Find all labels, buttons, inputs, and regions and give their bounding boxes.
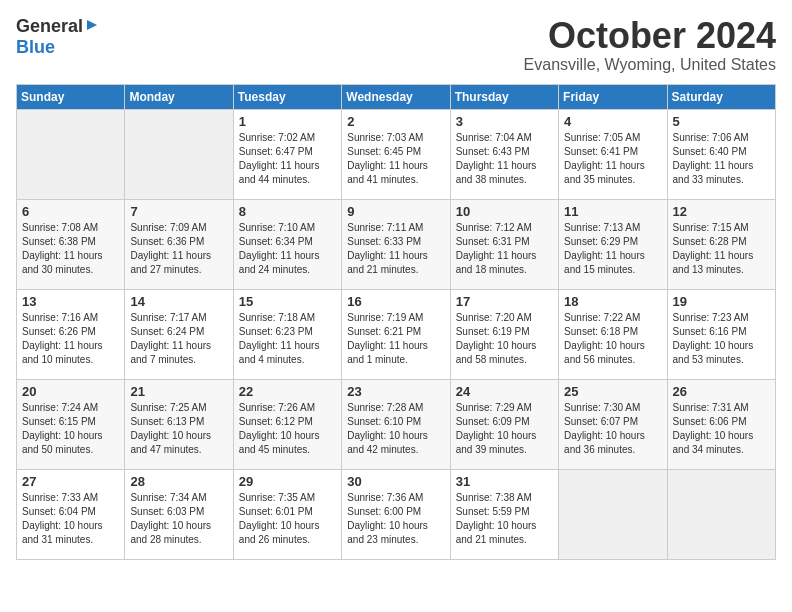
calendar-cell: 1Sunrise: 7:02 AM Sunset: 6:47 PM Daylig…	[233, 109, 341, 199]
calendar-cell: 19Sunrise: 7:23 AM Sunset: 6:16 PM Dayli…	[667, 289, 775, 379]
day-number: 22	[239, 384, 336, 399]
day-number: 27	[22, 474, 119, 489]
calendar-cell	[667, 469, 775, 559]
day-number: 21	[130, 384, 227, 399]
day-number: 26	[673, 384, 770, 399]
day-number: 6	[22, 204, 119, 219]
calendar-cell	[559, 469, 667, 559]
day-number: 23	[347, 384, 444, 399]
page-header: General Blue October 2024 Evansville, Wy…	[16, 16, 776, 74]
calendar-cell: 4Sunrise: 7:05 AM Sunset: 6:41 PM Daylig…	[559, 109, 667, 199]
cell-content: Sunrise: 7:35 AM Sunset: 6:01 PM Dayligh…	[239, 491, 336, 547]
cell-content: Sunrise: 7:02 AM Sunset: 6:47 PM Dayligh…	[239, 131, 336, 187]
day-of-week-header: Tuesday	[233, 84, 341, 109]
cell-content: Sunrise: 7:05 AM Sunset: 6:41 PM Dayligh…	[564, 131, 661, 187]
calendar-cell: 9Sunrise: 7:11 AM Sunset: 6:33 PM Daylig…	[342, 199, 450, 289]
day-number: 14	[130, 294, 227, 309]
calendar-cell: 15Sunrise: 7:18 AM Sunset: 6:23 PM Dayli…	[233, 289, 341, 379]
calendar-cell: 20Sunrise: 7:24 AM Sunset: 6:15 PM Dayli…	[17, 379, 125, 469]
calendar-cell: 26Sunrise: 7:31 AM Sunset: 6:06 PM Dayli…	[667, 379, 775, 469]
calendar-cell: 22Sunrise: 7:26 AM Sunset: 6:12 PM Dayli…	[233, 379, 341, 469]
cell-content: Sunrise: 7:20 AM Sunset: 6:19 PM Dayligh…	[456, 311, 553, 367]
day-number: 3	[456, 114, 553, 129]
day-of-week-header: Friday	[559, 84, 667, 109]
day-number: 30	[347, 474, 444, 489]
day-number: 11	[564, 204, 661, 219]
day-number: 17	[456, 294, 553, 309]
cell-content: Sunrise: 7:12 AM Sunset: 6:31 PM Dayligh…	[456, 221, 553, 277]
calendar-cell: 8Sunrise: 7:10 AM Sunset: 6:34 PM Daylig…	[233, 199, 341, 289]
calendar-cell: 18Sunrise: 7:22 AM Sunset: 6:18 PM Dayli…	[559, 289, 667, 379]
calendar-cell: 7Sunrise: 7:09 AM Sunset: 6:36 PM Daylig…	[125, 199, 233, 289]
month-title: October 2024	[524, 16, 776, 56]
cell-content: Sunrise: 7:09 AM Sunset: 6:36 PM Dayligh…	[130, 221, 227, 277]
calendar-cell: 12Sunrise: 7:15 AM Sunset: 6:28 PM Dayli…	[667, 199, 775, 289]
cell-content: Sunrise: 7:28 AM Sunset: 6:10 PM Dayligh…	[347, 401, 444, 457]
cell-content: Sunrise: 7:22 AM Sunset: 6:18 PM Dayligh…	[564, 311, 661, 367]
calendar-cell: 31Sunrise: 7:38 AM Sunset: 5:59 PM Dayli…	[450, 469, 558, 559]
cell-content: Sunrise: 7:10 AM Sunset: 6:34 PM Dayligh…	[239, 221, 336, 277]
cell-content: Sunrise: 7:38 AM Sunset: 5:59 PM Dayligh…	[456, 491, 553, 547]
svg-marker-0	[87, 20, 97, 30]
calendar-cell: 24Sunrise: 7:29 AM Sunset: 6:09 PM Dayli…	[450, 379, 558, 469]
day-number: 18	[564, 294, 661, 309]
cell-content: Sunrise: 7:30 AM Sunset: 6:07 PM Dayligh…	[564, 401, 661, 457]
calendar-cell	[17, 109, 125, 199]
day-number: 7	[130, 204, 227, 219]
cell-content: Sunrise: 7:34 AM Sunset: 6:03 PM Dayligh…	[130, 491, 227, 547]
day-number: 15	[239, 294, 336, 309]
calendar-cell: 25Sunrise: 7:30 AM Sunset: 6:07 PM Dayli…	[559, 379, 667, 469]
day-number: 5	[673, 114, 770, 129]
cell-content: Sunrise: 7:29 AM Sunset: 6:09 PM Dayligh…	[456, 401, 553, 457]
day-number: 4	[564, 114, 661, 129]
logo: General Blue	[16, 16, 99, 58]
cell-content: Sunrise: 7:06 AM Sunset: 6:40 PM Dayligh…	[673, 131, 770, 187]
day-number: 20	[22, 384, 119, 399]
day-number: 19	[673, 294, 770, 309]
calendar-cell: 6Sunrise: 7:08 AM Sunset: 6:38 PM Daylig…	[17, 199, 125, 289]
day-number: 28	[130, 474, 227, 489]
day-number: 16	[347, 294, 444, 309]
calendar-cell: 29Sunrise: 7:35 AM Sunset: 6:01 PM Dayli…	[233, 469, 341, 559]
cell-content: Sunrise: 7:15 AM Sunset: 6:28 PM Dayligh…	[673, 221, 770, 277]
calendar-cell: 10Sunrise: 7:12 AM Sunset: 6:31 PM Dayli…	[450, 199, 558, 289]
calendar-cell: 14Sunrise: 7:17 AM Sunset: 6:24 PM Dayli…	[125, 289, 233, 379]
logo-blue-text: Blue	[16, 37, 55, 57]
location-title: Evansville, Wyoming, United States	[524, 56, 776, 74]
day-of-week-header: Sunday	[17, 84, 125, 109]
logo-arrow-icon	[85, 18, 99, 36]
cell-content: Sunrise: 7:26 AM Sunset: 6:12 PM Dayligh…	[239, 401, 336, 457]
calendar-cell: 2Sunrise: 7:03 AM Sunset: 6:45 PM Daylig…	[342, 109, 450, 199]
cell-content: Sunrise: 7:24 AM Sunset: 6:15 PM Dayligh…	[22, 401, 119, 457]
day-number: 29	[239, 474, 336, 489]
day-number: 10	[456, 204, 553, 219]
calendar-cell: 17Sunrise: 7:20 AM Sunset: 6:19 PM Dayli…	[450, 289, 558, 379]
calendar-table: SundayMondayTuesdayWednesdayThursdayFrid…	[16, 84, 776, 560]
cell-content: Sunrise: 7:03 AM Sunset: 6:45 PM Dayligh…	[347, 131, 444, 187]
cell-content: Sunrise: 7:33 AM Sunset: 6:04 PM Dayligh…	[22, 491, 119, 547]
calendar-cell: 27Sunrise: 7:33 AM Sunset: 6:04 PM Dayli…	[17, 469, 125, 559]
day-of-week-header: Wednesday	[342, 84, 450, 109]
day-number: 13	[22, 294, 119, 309]
day-number: 24	[456, 384, 553, 399]
cell-content: Sunrise: 7:08 AM Sunset: 6:38 PM Dayligh…	[22, 221, 119, 277]
calendar-cell: 5Sunrise: 7:06 AM Sunset: 6:40 PM Daylig…	[667, 109, 775, 199]
calendar-cell: 28Sunrise: 7:34 AM Sunset: 6:03 PM Dayli…	[125, 469, 233, 559]
calendar-cell: 30Sunrise: 7:36 AM Sunset: 6:00 PM Dayli…	[342, 469, 450, 559]
cell-content: Sunrise: 7:04 AM Sunset: 6:43 PM Dayligh…	[456, 131, 553, 187]
calendar-cell: 3Sunrise: 7:04 AM Sunset: 6:43 PM Daylig…	[450, 109, 558, 199]
day-of-week-header: Saturday	[667, 84, 775, 109]
calendar-cell: 13Sunrise: 7:16 AM Sunset: 6:26 PM Dayli…	[17, 289, 125, 379]
day-number: 2	[347, 114, 444, 129]
calendar-cell	[125, 109, 233, 199]
calendar-cell: 16Sunrise: 7:19 AM Sunset: 6:21 PM Dayli…	[342, 289, 450, 379]
day-number: 9	[347, 204, 444, 219]
logo-general-text: General	[16, 16, 83, 37]
cell-content: Sunrise: 7:17 AM Sunset: 6:24 PM Dayligh…	[130, 311, 227, 367]
day-number: 25	[564, 384, 661, 399]
cell-content: Sunrise: 7:31 AM Sunset: 6:06 PM Dayligh…	[673, 401, 770, 457]
cell-content: Sunrise: 7:23 AM Sunset: 6:16 PM Dayligh…	[673, 311, 770, 367]
cell-content: Sunrise: 7:11 AM Sunset: 6:33 PM Dayligh…	[347, 221, 444, 277]
cell-content: Sunrise: 7:36 AM Sunset: 6:00 PM Dayligh…	[347, 491, 444, 547]
day-number: 1	[239, 114, 336, 129]
